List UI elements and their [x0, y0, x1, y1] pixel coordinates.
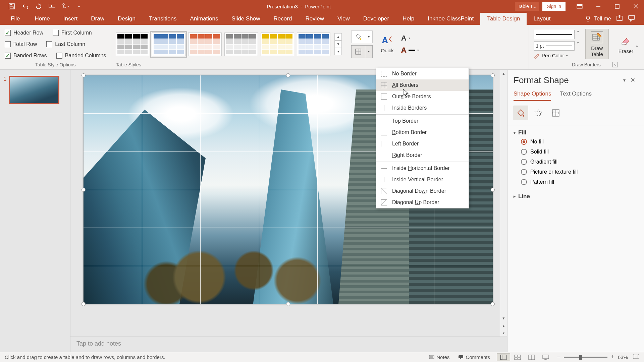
selection-handle[interactable]: [82, 188, 86, 192]
maximize-icon[interactable]: [612, 2, 622, 11]
zoom-percent[interactable]: 63%: [618, 354, 628, 360]
tell-me-icon[interactable]: Tell me: [585, 15, 611, 22]
tab-layout[interactable]: Layout: [527, 13, 557, 25]
selection-handle[interactable]: [82, 73, 86, 77]
radio-no-fill[interactable]: No fill: [521, 139, 638, 145]
tab-file[interactable]: File: [4, 13, 26, 25]
tab-draw[interactable]: Draw: [84, 13, 111, 25]
tab-home[interactable]: Home: [28, 13, 56, 25]
pen-style-combo[interactable]: [534, 30, 575, 39]
tab-animations[interactable]: Animations: [183, 13, 225, 25]
pen-weight-combo[interactable]: 1 pt: [534, 41, 575, 51]
selection-handle[interactable]: [491, 73, 495, 77]
check-banded-rows[interactable]: Banded Rows: [5, 53, 47, 59]
menu-top-border[interactable]: Top Border: [376, 115, 469, 127]
close-icon[interactable]: [631, 2, 641, 11]
pane-tab-text-options[interactable]: Text Options: [560, 90, 592, 101]
borders-caret-icon[interactable]: ▾: [365, 45, 373, 58]
save-icon[interactable]: [8, 3, 15, 10]
menu-inside-borders[interactable]: Inside Borders: [376, 102, 469, 114]
menu-all-borders[interactable]: All Borders: [376, 79, 469, 91]
vertical-scrollbar[interactable]: ▲ ▼ ▴ ▾: [500, 70, 507, 337]
tab-review[interactable]: Review: [299, 13, 331, 25]
ribbon-display-options-icon[interactable]: [575, 2, 584, 11]
menu-diagonal-up[interactable]: Diagonal Up Border: [376, 197, 469, 208]
redo-icon[interactable]: [35, 3, 42, 10]
menu-inside-vertical[interactable]: Inside Vertical Border: [376, 174, 469, 185]
collapse-ribbon-icon[interactable]: ˄: [633, 45, 641, 50]
radio-pattern-fill[interactable]: Pattern fill: [521, 179, 638, 185]
scroll-up-icon[interactable]: ▲: [500, 70, 507, 77]
dialog-launcher-icon[interactable]: ↘: [612, 62, 618, 67]
tab-record[interactable]: Record: [267, 13, 299, 25]
menu-diagonal-down[interactable]: Diagonal Down Border: [376, 185, 469, 197]
section-fill-toggle[interactable]: ▾Fill: [514, 129, 638, 136]
tab-table-design[interactable]: Table Design: [480, 13, 527, 25]
sign-in-button[interactable]: Sign in: [542, 2, 566, 11]
slideshow-from-start-icon[interactable]: [48, 3, 56, 10]
eraser-button[interactable]: Eraser: [613, 32, 639, 56]
selection-handle[interactable]: [491, 188, 495, 192]
tab-design[interactable]: Design: [111, 13, 142, 25]
zoom-out-icon[interactable]: −: [557, 354, 561, 361]
radio-gradient-fill[interactable]: Gradient fill: [521, 159, 638, 165]
menu-outside-borders[interactable]: Outside Borders: [376, 91, 469, 102]
touch-mode-icon[interactable]: ▾: [62, 3, 69, 10]
text-outline-button[interactable]: A▾: [401, 46, 419, 55]
text-fill-button[interactable]: A▾: [401, 34, 419, 43]
check-total-row[interactable]: Total Row: [5, 41, 37, 47]
slideshow-view-icon[interactable]: [539, 353, 552, 361]
slide-sorter-icon[interactable]: [511, 353, 524, 361]
selection-handle[interactable]: [82, 302, 86, 306]
chevron-down-icon[interactable]: ▾: [575, 41, 581, 45]
tab-classpoint[interactable]: Inknoe ClassPoint: [421, 13, 480, 25]
effects-mode-icon[interactable]: [531, 106, 546, 120]
section-line-toggle[interactable]: ▸Line: [514, 193, 638, 200]
comments-icon[interactable]: [628, 14, 635, 23]
table-style-option[interactable]: [188, 33, 222, 56]
gallery-row-up-icon[interactable]: ▲: [334, 33, 342, 41]
pane-tab-shape-options[interactable]: Shape Options: [514, 90, 551, 101]
shading-button[interactable]: [351, 31, 365, 43]
fill-line-mode-icon[interactable]: [514, 106, 528, 120]
check-first-column[interactable]: First Column: [53, 30, 92, 36]
share-icon[interactable]: [616, 14, 623, 23]
menu-no-border[interactable]: No Border: [376, 68, 469, 79]
table-style-option[interactable]: [261, 33, 294, 56]
zoom-in-icon[interactable]: +: [611, 354, 614, 361]
table-style-option[interactable]: [116, 33, 149, 56]
chevron-down-icon[interactable]: ▾: [575, 30, 581, 33]
menu-left-border[interactable]: Left Border: [376, 138, 469, 149]
tab-help[interactable]: Help: [396, 13, 421, 25]
undo-icon[interactable]: [21, 3, 29, 10]
pane-close-icon[interactable]: ✕: [628, 74, 638, 86]
selection-handle[interactable]: [286, 302, 290, 306]
selection-handle[interactable]: [491, 302, 495, 306]
comments-toggle[interactable]: Comments: [456, 354, 492, 361]
qat-customize-icon[interactable]: ▾: [75, 3, 83, 10]
tab-view[interactable]: View: [331, 13, 357, 25]
borders-button[interactable]: [351, 45, 365, 58]
tab-transitions[interactable]: Transitions: [142, 13, 183, 25]
check-last-column[interactable]: Last Column: [46, 41, 85, 47]
tab-insert[interactable]: Insert: [57, 13, 85, 25]
minimize-icon[interactable]: [594, 2, 603, 11]
menu-inside-horizontal[interactable]: Inside Horizontal Border: [376, 163, 469, 174]
normal-view-icon[interactable]: [497, 353, 510, 361]
check-header-row[interactable]: Header Row: [5, 30, 43, 36]
menu-right-border[interactable]: Right Border: [376, 149, 469, 161]
gallery-row-down-icon[interactable]: ▼: [334, 41, 342, 48]
table-style-option[interactable]: [297, 33, 330, 56]
draw-table-button[interactable]: Draw Table: [585, 29, 609, 59]
size-properties-mode-icon[interactable]: [548, 106, 563, 120]
fit-to-window-icon[interactable]: [633, 354, 639, 360]
check-banded-columns[interactable]: Banded Columns: [56, 53, 106, 59]
prev-slide-icon[interactable]: ▴: [500, 322, 507, 329]
radio-picture-fill[interactable]: Picture or texture fill: [521, 169, 638, 175]
shading-caret-icon[interactable]: ▾: [365, 31, 373, 43]
slide-thumb-1[interactable]: 1: [3, 76, 67, 104]
selection-handle[interactable]: [286, 73, 290, 77]
zoom-slider[interactable]: [564, 357, 607, 358]
pen-color-button[interactable]: Pen Color ▾: [534, 53, 581, 59]
table-style-option[interactable]: [224, 33, 258, 56]
